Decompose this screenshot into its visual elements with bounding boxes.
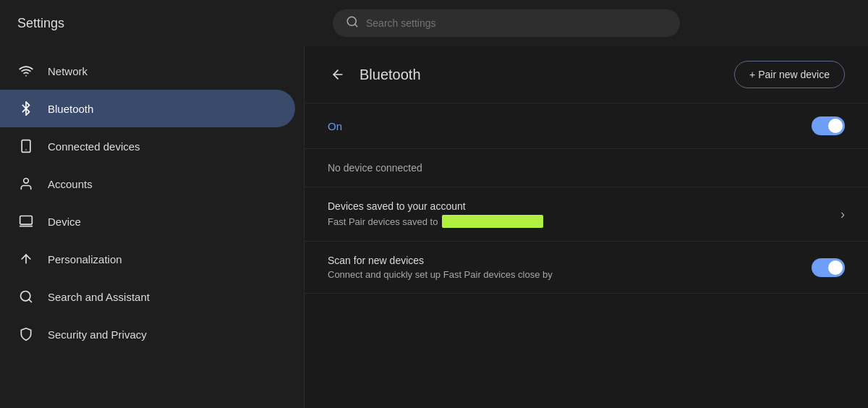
sidebar-item-connected-devices[interactable]: Connected devices	[0, 127, 295, 165]
sidebar-item-search-assistant-label: Search and Assistant	[48, 291, 150, 303]
app-title: Settings	[17, 16, 162, 31]
pen-icon	[17, 250, 35, 268]
content-header-left: Bluetooth	[328, 64, 421, 85]
no-device-row: No device connected	[305, 149, 868, 187]
top-bar: Settings	[0, 0, 868, 46]
pair-new-device-button[interactable]: + Pair new device	[734, 61, 845, 88]
sidebar-item-security-privacy-label: Security and Privacy	[48, 328, 147, 341]
search-bar-wrap	[162, 9, 851, 37]
bluetooth-toggle[interactable]	[812, 116, 845, 135]
sidebar-item-connected-devices-label: Connected devices	[48, 140, 140, 153]
sidebar-item-personalization-label: Personalization	[48, 253, 122, 265]
search-bar-container	[333, 9, 680, 37]
back-button[interactable]	[328, 64, 348, 85]
scan-title: Scan for new devices	[328, 255, 553, 266]
bluetooth-status-label: On	[328, 120, 342, 132]
svg-point-5	[24, 179, 29, 184]
devices-saved-sub: Fast Pair devices saved to	[328, 215, 543, 228]
scan-row: Scan for new devices Connect and quickly…	[305, 242, 868, 294]
sidebar-item-security-privacy[interactable]: Security and Privacy	[0, 315, 295, 353]
scan-text: Scan for new devices Connect and quickly…	[328, 255, 553, 280]
devices-saved-row[interactable]: Devices saved to your account Fast Pair …	[305, 187, 868, 242]
account-highlight	[442, 215, 543, 228]
sidebar-item-personalization[interactable]: Personalization	[0, 240, 295, 278]
sidebar-item-device[interactable]: Device	[0, 203, 295, 240]
tablet-icon	[17, 137, 35, 155]
sidebar-item-bluetooth-label: Bluetooth	[48, 103, 93, 115]
sidebar-item-accounts[interactable]: Accounts	[0, 165, 295, 203]
content-title: Bluetooth	[359, 67, 421, 83]
bluetooth-toggle-row: On	[305, 103, 868, 149]
svg-line-10	[29, 299, 32, 302]
svg-rect-6	[20, 216, 33, 225]
devices-saved-text: Devices saved to your account Fast Pair …	[328, 200, 543, 228]
sidebar-item-network[interactable]: Network	[0, 52, 295, 90]
sidebar-item-bluetooth[interactable]: Bluetooth	[0, 90, 295, 127]
scan-toggle[interactable]	[812, 258, 845, 277]
no-device-text: No device connected	[328, 162, 422, 174]
person-icon	[17, 175, 35, 192]
sidebar-item-search-assistant[interactable]: Search and Assistant	[0, 278, 295, 315]
laptop-icon	[17, 213, 35, 230]
wifi-icon	[17, 62, 35, 80]
svg-line-1	[354, 24, 357, 26]
content-body: On No device connected Devices saved to …	[305, 103, 868, 294]
sidebar-item-accounts-label: Accounts	[48, 178, 93, 190]
content-header: Bluetooth + Pair new device	[305, 46, 868, 103]
search-icon	[346, 15, 359, 31]
sidebar-item-device-label: Device	[48, 216, 81, 228]
scan-sub: Connect and quickly set up Fast Pair dev…	[328, 269, 553, 280]
main-layout: Network Bluetooth Connected devices	[0, 46, 868, 408]
devices-saved-title: Devices saved to your account	[328, 200, 543, 212]
search-nav-icon	[17, 288, 35, 305]
sidebar: Network Bluetooth Connected devices	[0, 46, 304, 408]
search-input[interactable]	[366, 17, 667, 29]
shield-icon	[17, 326, 35, 343]
content-area: Bluetooth + Pair new device On No device…	[304, 46, 868, 408]
devices-saved-sub-text: Fast Pair devices saved to	[328, 216, 438, 227]
chevron-right-icon: ›	[841, 207, 845, 222]
sidebar-item-network-label: Network	[48, 65, 88, 77]
bluetooth-icon	[17, 100, 35, 117]
